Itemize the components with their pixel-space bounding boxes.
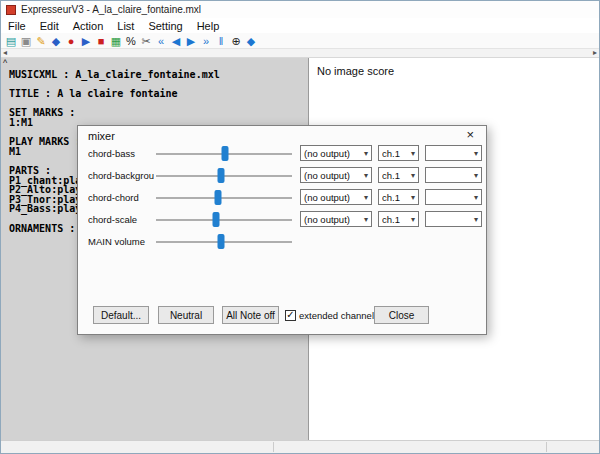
- output-select-value: (no output): [304, 170, 362, 181]
- save-icon[interactable]: ◆: [49, 34, 63, 48]
- cut-icon[interactable]: ✂: [139, 34, 153, 48]
- extra-select[interactable]: ▾: [425, 211, 482, 227]
- channel-select[interactable]: ch.1 ▾: [378, 167, 419, 183]
- slider-thumb[interactable]: [218, 168, 225, 183]
- mixer-row-chord-background: chord-background (no output) ▾ ch.1 ▾ ▾: [88, 166, 480, 184]
- chevron-down-icon: ▾: [364, 171, 368, 180]
- checkbox-box: ✓: [285, 310, 296, 321]
- chevron-down-icon: ▾: [411, 171, 415, 180]
- menu-action[interactable]: Action: [66, 20, 111, 32]
- new-score-icon[interactable]: ▤: [4, 34, 18, 48]
- mixer-row-label: chord-bass: [88, 148, 154, 159]
- menu-setting[interactable]: Setting: [141, 20, 189, 32]
- mixer-row-label: chord-background: [88, 170, 154, 181]
- scroll-right-icon[interactable]: ▸: [593, 49, 597, 57]
- close-button[interactable]: Close: [374, 306, 429, 324]
- channel-select-value: ch.1: [382, 214, 409, 225]
- slider-track: [156, 197, 292, 199]
- record-icon[interactable]: ●: [64, 34, 78, 48]
- status-divider: [273, 442, 274, 452]
- pause-icon[interactable]: ‖: [214, 34, 228, 48]
- mixer-row-main-volume: MAIN volume: [88, 232, 480, 250]
- neutral-button[interactable]: Neutral: [158, 306, 214, 324]
- chord-background-volume-slider[interactable]: [154, 167, 294, 184]
- output-select[interactable]: (no output) ▾: [300, 211, 372, 227]
- mixer-dialog-title: mixer: [88, 130, 115, 142]
- mixer-row-label: chord-scale: [88, 214, 154, 225]
- menu-help[interactable]: Help: [190, 20, 227, 32]
- slider-thumb[interactable]: [215, 190, 222, 205]
- channel-select[interactable]: ch.1 ▾: [378, 189, 419, 205]
- go-last-icon[interactable]: »: [199, 34, 213, 48]
- status-bar: [1, 440, 599, 453]
- mixer-row-label: chord-chord: [88, 192, 154, 203]
- horizontal-scrollbar[interactable]: ◂ ▸: [1, 49, 599, 58]
- output-select-value: (no output): [304, 192, 362, 203]
- chevron-down-icon: ▾: [411, 215, 415, 224]
- app-icon: [6, 5, 16, 15]
- window-title: ExpresseurV3 - A_la_claire_fontaine.mxl: [21, 4, 201, 15]
- metronome-icon[interactable]: ◆: [244, 34, 258, 48]
- extra-select[interactable]: ▾: [425, 167, 482, 183]
- scroll-left-icon[interactable]: ◂: [3, 49, 7, 57]
- app-window: ExpresseurV3 - A_la_claire_fontaine.mxl …: [0, 0, 600, 454]
- slider-thumb[interactable]: [222, 146, 229, 161]
- checkbox-label: extended channels: [299, 310, 379, 321]
- no-image-score-label: No image score: [317, 65, 394, 77]
- chord-chord-volume-slider[interactable]: [154, 189, 294, 206]
- output-select-value: (no output): [304, 148, 362, 159]
- chevron-down-icon: ▾: [364, 149, 368, 158]
- go-first-icon[interactable]: «: [154, 34, 168, 48]
- chevron-down-icon: ▾: [474, 149, 478, 158]
- mixer-row-label: MAIN volume: [88, 236, 154, 247]
- chevron-down-icon: ▾: [364, 193, 368, 202]
- status-divider: [546, 442, 547, 452]
- chord-bass-volume-slider[interactable]: [154, 145, 294, 162]
- chevron-down-icon: ▾: [411, 193, 415, 202]
- scroll-up-icon: ^: [3, 58, 7, 68]
- menubar: FileEditActionListSettingHelp: [1, 18, 599, 33]
- mixer-dialog: mixer × chord-bass (no output) ▾ ch.1 ▾ …: [77, 125, 487, 335]
- extended-channels-checkbox[interactable]: ✓ extended channels: [285, 306, 379, 324]
- tune-icon[interactable]: ⊕: [229, 34, 243, 48]
- chevron-down-icon: ▾: [474, 193, 478, 202]
- channel-select-value: ch.1: [382, 148, 409, 159]
- go-prev-icon[interactable]: ◀: [169, 34, 183, 48]
- chevron-down-icon: ▾: [411, 149, 415, 158]
- chevron-down-icon: ▾: [474, 171, 478, 180]
- extra-select[interactable]: ▾: [425, 189, 482, 205]
- extra-select[interactable]: ▾: [425, 145, 482, 161]
- all-note-off-button[interactable]: All Note off: [222, 306, 279, 324]
- channel-select-value: ch.1: [382, 170, 409, 181]
- chord-scale-volume-slider[interactable]: [154, 211, 294, 228]
- channel-select-value: ch.1: [382, 192, 409, 203]
- menu-edit[interactable]: Edit: [33, 20, 66, 32]
- output-select[interactable]: (no output) ▾: [300, 145, 372, 161]
- channel-select[interactable]: ch.1 ▾: [378, 145, 419, 161]
- output-select[interactable]: (no output) ▾: [300, 189, 372, 205]
- percent-icon[interactable]: %: [124, 34, 138, 48]
- channel-select[interactable]: ch.1 ▾: [378, 211, 419, 227]
- chevron-down-icon: ▾: [364, 215, 368, 224]
- mixer-row-chord-chord: chord-chord (no output) ▾ ch.1 ▾ ▾: [88, 188, 480, 206]
- check-icon: ✓: [286, 310, 294, 320]
- chord-grid-icon[interactable]: ▦: [109, 34, 123, 48]
- edit-icon[interactable]: ✎: [34, 34, 48, 48]
- play-icon[interactable]: ▶: [79, 34, 93, 48]
- slider-thumb[interactable]: [212, 212, 219, 227]
- menu-list[interactable]: List: [110, 20, 141, 32]
- open-folder-icon[interactable]: ▣: [19, 34, 33, 48]
- mixer-footer: Default... Neutral All Note off ✓ extend…: [78, 306, 486, 324]
- mixer-row-chord-scale: chord-scale (no output) ▾ ch.1 ▾ ▾: [88, 210, 480, 228]
- go-next-icon[interactable]: ▶: [184, 34, 198, 48]
- mixer-row-chord-bass: chord-bass (no output) ▾ ch.1 ▾ ▾: [88, 144, 480, 162]
- stop-icon[interactable]: ■: [94, 34, 108, 48]
- toolbar: ▤▣✎◆●▶■▦%✂«◀▶»‖⊕◆: [1, 33, 599, 49]
- close-icon[interactable]: ×: [466, 127, 474, 142]
- default-button[interactable]: Default...: [93, 306, 149, 324]
- menu-file[interactable]: File: [1, 20, 33, 32]
- slider-thumb[interactable]: [218, 234, 225, 249]
- main-volume-slider[interactable]: [154, 233, 294, 250]
- titlebar: ExpresseurV3 - A_la_claire_fontaine.mxl: [1, 1, 599, 18]
- output-select[interactable]: (no output) ▾: [300, 167, 372, 183]
